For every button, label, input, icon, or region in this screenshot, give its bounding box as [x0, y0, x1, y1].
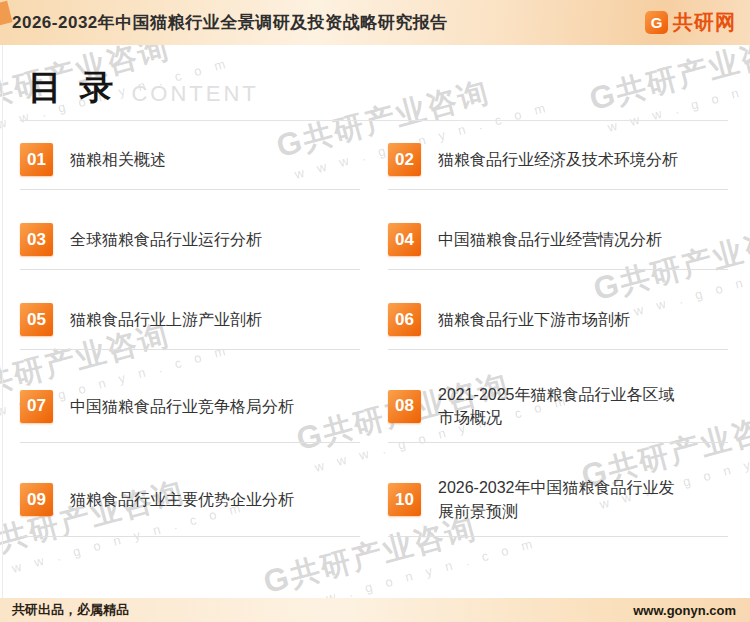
toc-item-label: 猫粮相关概述	[70, 148, 166, 171]
toc-item-number: 03	[20, 223, 53, 256]
report-title: 2026-2032年中国猫粮行业全景调研及投资战略研究报告	[12, 11, 448, 34]
toc-item-05: 05猫粮食品行业上游产业剖析	[20, 303, 360, 350]
gonyn-logo-text: 共研网	[673, 9, 736, 36]
toc-item-label: 2026-2032年中国猫粮食品行业发 展前景预测	[438, 476, 675, 522]
toc-item-label: 2021-2025年猫粮食品行业各区域 市场概况	[438, 383, 675, 429]
toc-item-label: 猫粮食品行业上游产业剖析	[70, 308, 262, 331]
toc-item-10: 102026-2032年中国猫粮食品行业发 展前景预测	[388, 476, 728, 536]
report-toc-page: 2026-2032年中国猫粮行业全景调研及投资战略研究报告 G 共研网 G共研产…	[0, 0, 750, 622]
toc-item-04: 04中国猫粮食品行业经营情况分析	[388, 223, 728, 270]
toc-item-08: 082021-2025年猫粮食品行业各区域 市场概况	[388, 383, 728, 443]
toc-title-rule	[20, 120, 728, 121]
toc-subtitle: CONTENT	[131, 81, 258, 111]
toc-item-number: 05	[20, 303, 53, 336]
footer-slogan: 共研出品，必属精品	[12, 601, 129, 619]
toc-item-number: 02	[388, 143, 421, 176]
header-bar: 2026-2032年中国猫粮行业全景调研及投资战略研究报告 G 共研网	[0, 0, 750, 45]
toc-item-02: 02猫粮食品行业经济及技术环境分析	[388, 143, 728, 190]
toc-header: 目 录 CONTENT	[28, 65, 728, 111]
toc-item-06: 06猫粮食品行业下游市场剖析	[388, 303, 728, 350]
toc-item-label: 全球猫粮食品行业运行分析	[70, 228, 262, 251]
toc-item-number: 01	[20, 143, 53, 176]
gonyn-logo: G 共研网	[645, 9, 736, 36]
footer-website-link[interactable]: www.gonyn.com	[633, 603, 736, 618]
toc-item-01: 01猫粮相关概述	[20, 143, 360, 190]
toc-item-number: 04	[388, 223, 421, 256]
toc-item-03: 03全球猫粮食品行业运行分析	[20, 223, 360, 270]
toc-item-label: 猫粮食品行业下游市场剖析	[438, 308, 630, 331]
toc-item-07: 07中国猫粮食品行业竞争格局分析	[20, 383, 360, 443]
toc-title: 目 录	[28, 65, 117, 111]
toc-grid: 01猫粮相关概述02猫粮食品行业经济及技术环境分析03全球猫粮食品行业运行分析0…	[20, 143, 728, 537]
toc-item-number: 07	[20, 390, 53, 423]
footer-bar: 共研出品，必属精品 www.gonyn.com	[0, 598, 750, 622]
watermark-logo-glyph: G	[259, 558, 294, 600]
toc-item-label: 中国猫粮食品行业经营情况分析	[438, 228, 662, 251]
toc-item-label: 猫粮食品行业主要优势企业分析	[70, 488, 294, 511]
toc-item-label: 猫粮食品行业经济及技术环境分析	[438, 148, 678, 171]
toc-item-number: 10	[388, 483, 421, 516]
toc-item-number: 09	[20, 483, 53, 516]
toc-item-number: 06	[388, 303, 421, 336]
gonyn-logo-icon: G	[645, 11, 668, 34]
toc-item-label: 中国猫粮食品行业竞争格局分析	[70, 395, 294, 418]
toc-item-09: 09猫粮食品行业主要优势企业分析	[20, 476, 360, 536]
toc-item-number: 08	[388, 390, 421, 423]
toc-content: 目 录 CONTENT 01猫粮相关概述02猫粮食品行业经济及技术环境分析03全…	[0, 45, 750, 537]
